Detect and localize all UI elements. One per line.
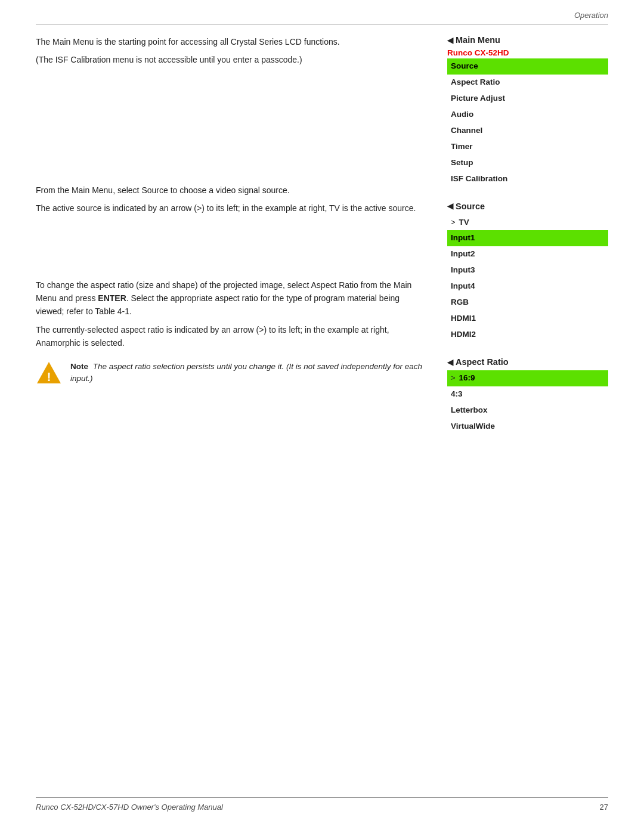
active-indicator: > — [451, 371, 456, 385]
main-menu-items: SourceAspect RatioPicture AdjustAudioCha… — [447, 58, 608, 187]
note-box: ! Note The aspect ratio selection persis… — [36, 361, 423, 387]
source-panel: ◀ Source >TVInput1Input2Input3Input4RGBH… — [447, 202, 608, 343]
menu-item: Timer — [447, 139, 608, 155]
menu-item: RGB — [447, 295, 608, 311]
note-label: Note — [70, 362, 88, 371]
menu-item: Audio — [447, 107, 608, 123]
warning-icon: ! — [36, 360, 62, 386]
paragraph-isf: (The ISF Calibration menu is not accessi… — [36, 53, 423, 66]
menu-item: Input4 — [447, 278, 608, 295]
menu-item: Aspect Ratio — [447, 75, 608, 91]
note-content: Note The aspect ratio selection persists… — [70, 361, 423, 385]
footer: Runco CX-52HD/CX-57HD Owner's Operating … — [36, 797, 608, 812]
menu-item: Letterbox — [447, 402, 608, 419]
left-column: The Main Menu is the starting point for … — [36, 35, 429, 449]
note-icon: ! — [36, 361, 62, 387]
source-arrow: ◀ — [447, 202, 453, 210]
aspect-ratio-arrow: ◀ — [447, 358, 453, 367]
svg-text:!: ! — [47, 370, 51, 383]
menu-item: Channel — [447, 123, 608, 139]
source-items: >TVInput1Input2Input3Input4RGBHDMI1HDMI2 — [447, 215, 608, 343]
source-explanation: From the Main Menu, select Source to cho… — [36, 184, 423, 215]
menu-item: Setup — [447, 155, 608, 171]
active-indicator: > — [451, 216, 456, 229]
paragraph-main-menu: The Main Menu is the starting point for … — [36, 35, 423, 48]
paragraph-source-intro: From the Main Menu, select Source to cho… — [36, 184, 423, 197]
source-title: ◀ Source — [447, 202, 608, 211]
main-menu-intro: The Main Menu is the starting point for … — [36, 35, 423, 67]
content-area: The Main Menu is the starting point for … — [36, 35, 608, 449]
spacer-1 — [36, 76, 423, 184]
main-menu-arrow: ◀ — [447, 36, 453, 45]
aspect-ratio-panel: ◀ Aspect Ratio >16:94:3LetterboxVirtualW… — [447, 357, 608, 435]
paragraph-aspect-ratio-2: The currently-selected aspect ratio is i… — [36, 323, 423, 350]
aspect-ratio-title: ◀ Aspect Ratio — [447, 357, 608, 367]
paragraph-aspect-ratio-1: To change the aspect ratio (size and sha… — [36, 278, 423, 318]
aspect-ratio-explanation: To change the aspect ratio (size and sha… — [36, 278, 423, 350]
menu-item: HDMI1 — [447, 311, 608, 327]
spacer-2 — [36, 225, 423, 278]
paragraph-active-source: The active source is indicated by an arr… — [36, 202, 423, 215]
menu-item: >16:9 — [447, 370, 608, 386]
menu-item: Input3 — [447, 262, 608, 278]
aspect-ratio-items: >16:94:3LetterboxVirtualWide — [447, 370, 608, 435]
note-text: The aspect ratio selection persists unti… — [70, 362, 422, 383]
main-menu-panel: ◀ Main Menu Runco CX-52HD SourceAspect R… — [447, 35, 608, 187]
top-rule — [36, 24, 608, 24]
menu-item: Source — [447, 58, 608, 75]
menu-item: HDMI2 — [447, 327, 608, 343]
menu-item: 4:3 — [447, 386, 608, 402]
enter-bold: ENTER — [98, 293, 126, 303]
main-menu-subtitle: Runco CX-52HD — [447, 48, 608, 57]
menu-item: >TV — [447, 215, 608, 231]
menu-item: Input1 — [447, 230, 608, 246]
page-container: Operation The Main Menu is the starting … — [0, 0, 644, 833]
page-number: 27 — [600, 803, 608, 812]
menu-item: Picture Adjust — [447, 91, 608, 107]
main-menu-title: ◀ Main Menu — [447, 35, 608, 45]
operation-label: Operation — [574, 11, 608, 20]
menu-item: ISF Calibration — [447, 171, 608, 187]
footer-left: Runco CX-52HD/CX-57HD Owner's Operating … — [36, 803, 223, 812]
right-column: ◀ Main Menu Runco CX-52HD SourceAspect R… — [447, 35, 608, 449]
menu-item: VirtualWide — [447, 419, 608, 435]
menu-item: Input2 — [447, 246, 608, 262]
